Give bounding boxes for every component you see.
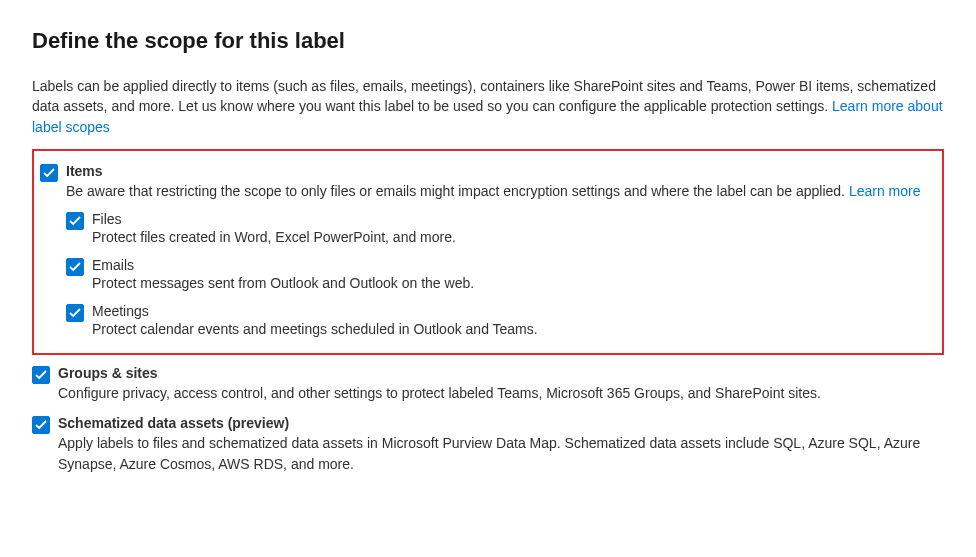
meetings-label: Meetings bbox=[92, 303, 149, 319]
items-sub-list: Files Protect files created in Word, Exc… bbox=[66, 209, 934, 337]
check-icon bbox=[35, 419, 47, 431]
schematized-checkbox[interactable] bbox=[32, 416, 50, 434]
files-description: Protect files created in Word, Excel Pow… bbox=[92, 229, 934, 245]
check-icon bbox=[69, 215, 81, 227]
schematized-description: Apply labels to files and schematized da… bbox=[58, 433, 944, 474]
scope-schematized: Schematized data assets (preview) Apply … bbox=[32, 413, 944, 474]
check-icon bbox=[43, 167, 55, 179]
emails-checkbox[interactable] bbox=[66, 258, 84, 276]
items-description: Be aware that restricting the scope to o… bbox=[66, 181, 934, 201]
check-icon bbox=[69, 261, 81, 273]
items-learn-more-link[interactable]: Learn more bbox=[849, 183, 921, 199]
schematized-label: Schematized data assets (preview) bbox=[58, 415, 289, 431]
highlight-box: Items Be aware that restricting the scop… bbox=[32, 149, 944, 355]
sub-item-meetings: Meetings Protect calendar events and mee… bbox=[66, 301, 934, 337]
items-label: Items bbox=[66, 163, 103, 179]
meetings-checkbox[interactable] bbox=[66, 304, 84, 322]
files-label: Files bbox=[92, 211, 122, 227]
check-icon bbox=[69, 307, 81, 319]
intro-paragraph: Labels can be applied directly to items … bbox=[32, 76, 944, 137]
page-title: Define the scope for this label bbox=[32, 28, 944, 54]
emails-label: Emails bbox=[92, 257, 134, 273]
sub-item-emails: Emails Protect messages sent from Outloo… bbox=[66, 255, 934, 291]
meetings-description: Protect calendar events and meetings sch… bbox=[92, 321, 934, 337]
items-checkbox[interactable] bbox=[40, 164, 58, 182]
groups-description: Configure privacy, access control, and o… bbox=[58, 383, 944, 403]
scope-items: Items Be aware that restricting the scop… bbox=[40, 161, 934, 337]
groups-label: Groups & sites bbox=[58, 365, 158, 381]
emails-description: Protect messages sent from Outlook and O… bbox=[92, 275, 934, 291]
sub-item-files: Files Protect files created in Word, Exc… bbox=[66, 209, 934, 245]
scope-groups: Groups & sites Configure privacy, access… bbox=[32, 363, 944, 403]
intro-text: Labels can be applied directly to items … bbox=[32, 78, 936, 114]
check-icon bbox=[35, 369, 47, 381]
files-checkbox[interactable] bbox=[66, 212, 84, 230]
groups-checkbox[interactable] bbox=[32, 366, 50, 384]
